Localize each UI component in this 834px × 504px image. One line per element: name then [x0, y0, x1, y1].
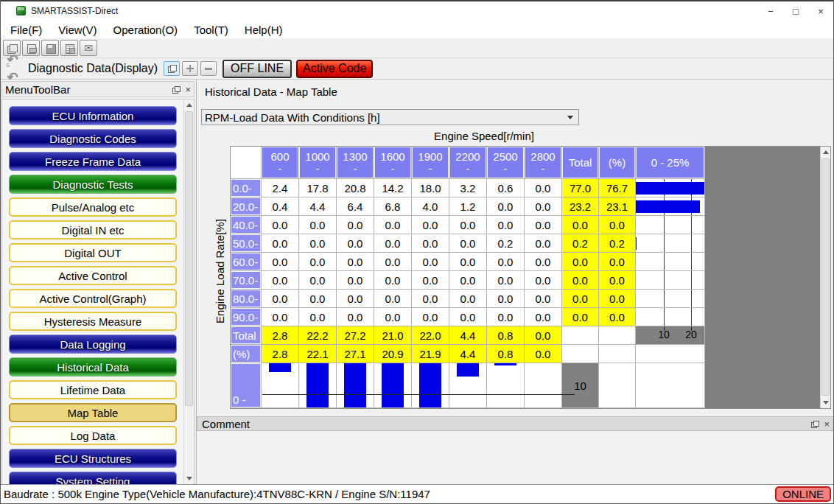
sidebar-item-pulse-analog-etc[interactable]: Pulse/Analog etc: [9, 197, 177, 217]
undo-s-icon[interactable]: ↶S: [4, 51, 21, 69]
data-cell: 0.0: [525, 271, 562, 290]
menu-view-v-[interactable]: View(V): [50, 24, 105, 36]
zoom-in-button[interactable]: [182, 61, 198, 76]
offline-button[interactable]: OFF LINE: [222, 60, 292, 78]
data-cell: 0.0: [299, 290, 337, 308]
sidebar-item-log-data[interactable]: Log Data: [9, 426, 177, 445]
sidebar-item-lifetime-data[interactable]: Lifetime Data: [9, 380, 177, 399]
sidebar-item-ecu-structures[interactable]: ECU Structures: [9, 449, 177, 468]
comment-title: Comment: [202, 418, 811, 430]
sidebar-header: MenuToolBar ×: [1, 81, 195, 97]
total-cell: 0.0: [562, 308, 599, 326]
menu-file-f-[interactable]: File(F): [2, 24, 50, 36]
hbar-gridline: [691, 234, 692, 252]
sidebar-item-digital-in-etc[interactable]: Digital IN etc: [9, 220, 177, 239]
sidebar-item-freeze-frame-data[interactable]: Freeze Frame Data: [9, 152, 177, 171]
sidebar-item-ecu-information[interactable]: ECU Information: [9, 106, 177, 125]
sidebar-item-map-table[interactable]: Map Table: [9, 403, 177, 422]
data-cell: 0.0: [412, 290, 449, 308]
col-header-1600: 1600-: [374, 147, 412, 179]
scrollbar-thumb[interactable]: [821, 158, 830, 396]
active-code-button[interactable]: Active Code: [296, 60, 373, 78]
vbar-cell: [487, 363, 525, 408]
view-title: Diagnostic Data(Display): [28, 62, 158, 75]
scroll-down-arrow[interactable]: [821, 397, 830, 408]
menu-tool-t-[interactable]: Tool(T): [186, 24, 236, 36]
float-panel-icon[interactable]: [811, 421, 819, 427]
data-cell: 0.0: [337, 234, 374, 253]
corner-cell: [231, 147, 262, 179]
data-cell: 4.0: [412, 197, 449, 216]
data-cell: 0.0: [449, 308, 487, 326]
data-cell: 0.0: [374, 234, 412, 253]
title-bar: SMARTASSIST-Direct − □ ×: [1, 1, 833, 21]
sidebar-item-data-logging[interactable]: Data Logging: [9, 335, 177, 354]
restore-window-button[interactable]: [164, 61, 180, 76]
data-cell: 0.0: [525, 308, 562, 326]
hbar-gridline: [664, 234, 665, 252]
hbar-cell: [636, 234, 705, 253]
pct-cell: 0.0: [599, 290, 636, 308]
data-cell: 0.0: [262, 253, 299, 271]
zoom-out-button[interactable]: [200, 61, 217, 76]
total-row-cell: 4.4: [449, 326, 487, 345]
data-cell: 0.0: [412, 234, 449, 253]
sidebar-item-digital-out[interactable]: Digital OUT: [9, 243, 177, 262]
scroll-up-arrow[interactable]: [821, 147, 830, 158]
sidebar-item-diagnostic-codes[interactable]: Diagnostic Codes: [9, 129, 177, 148]
menu-help-h-[interactable]: Help(H): [236, 24, 291, 36]
mail-icon: ✉: [84, 43, 93, 53]
sidebar-item-active-control[interactable]: Active Control: [9, 266, 177, 285]
float-panel-icon[interactable]: [172, 86, 180, 93]
data-cell: 0.0: [525, 253, 562, 271]
sidebar-item-hysteresis-measure[interactable]: Hysteresis Measure: [9, 312, 177, 331]
vbar-bar: [494, 363, 516, 365]
minimize-button[interactable]: −: [758, 1, 783, 21]
hbar-gridline: [664, 271, 665, 289]
close-button[interactable]: ×: [808, 1, 833, 21]
scroll-down-arrow[interactable]: [184, 473, 194, 484]
vbar-cell: [337, 363, 374, 408]
total-cell: 77.0: [562, 179, 599, 197]
map-select-dropdown[interactable]: RPM-Load Data With Conditions [h]: [201, 109, 579, 125]
data-cell: 0.0: [449, 290, 487, 308]
scrollbar-thumb[interactable]: [185, 111, 193, 406]
table-scrollbar[interactable]: [820, 147, 830, 408]
total-row-cell: 0.8: [487, 326, 525, 345]
sidebar-item-system-setting[interactable]: System Setting: [9, 472, 177, 485]
sidebar-scroll-area: ECU InformationDiagnostic CodesFreeze Fr…: [1, 99, 195, 485]
empty-cell: [562, 326, 599, 345]
data-cell: 0.0: [525, 197, 562, 216]
pct-cell: 0.0: [599, 271, 636, 290]
close-panel-icon[interactable]: ×: [824, 419, 830, 429]
save-button[interactable]: [41, 40, 59, 56]
menu-operation-o-[interactable]: Operation(O): [105, 24, 186, 36]
row-header-700: 70.0-: [231, 271, 262, 290]
empty-cell: [599, 363, 636, 408]
data-cell: 0.0: [374, 290, 412, 308]
row-header-00: 0.0-: [231, 179, 262, 197]
sidebar-item-active-control-graph-[interactable]: Active Control(Graph): [9, 289, 177, 308]
hbar-cell: [636, 271, 705, 290]
data-cell: 0.0: [262, 290, 299, 308]
row-header-200: 20.0-: [231, 197, 262, 216]
pct-cell: 0.0: [599, 253, 636, 271]
online-button[interactable]: ONLINE: [775, 486, 831, 502]
sidebar-item-diagnostic-tests[interactable]: Diagnostic Tests: [9, 175, 177, 194]
close-panel-icon[interactable]: ×: [185, 85, 191, 94]
scroll-up-arrow[interactable]: [184, 99, 194, 111]
empty-cell: [599, 345, 636, 363]
open-button[interactable]: [22, 40, 40, 56]
col-header-total: Total: [562, 147, 599, 179]
sidebar-item-historical-data[interactable]: Historical Data: [9, 357, 177, 377]
total-cell: 0.0: [562, 216, 599, 234]
table-empty-area: [705, 147, 820, 408]
data-cell: 0.0: [299, 308, 337, 326]
report-button[interactable]: [60, 40, 78, 56]
sidebar-scrollbar[interactable]: [183, 99, 194, 484]
mail-button[interactable]: ✉: [80, 40, 97, 56]
hbar-gridline: [691, 308, 692, 326]
vbar-bar: [344, 363, 366, 408]
app-logo-icon: [16, 6, 26, 15]
maximize-button[interactable]: □: [783, 1, 808, 21]
